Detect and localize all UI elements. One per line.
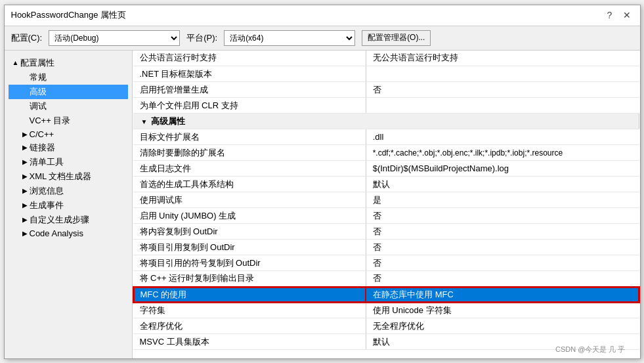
tree-item-debug[interactable]: 调试	[9, 99, 128, 114]
table-row[interactable]: 字符集 使用 Unicode 字符集	[133, 303, 639, 318]
tree-label-browse: 浏览信息	[30, 185, 125, 197]
tree-label-root: 配置属性	[20, 57, 125, 69]
table-row[interactable]: MSVC 工具集版本 默认	[133, 334, 639, 350]
tree-label-build-events: 生成事件	[30, 200, 125, 211]
close-button[interactable]: ✕	[620, 9, 633, 22]
prop-value: 否	[366, 255, 639, 271]
config-label: 配置(C):	[11, 32, 43, 44]
tree-label-general: 常规	[30, 72, 125, 83]
tree-item-root[interactable]: ▲ 配置属性	[9, 56, 128, 70]
prop-label: .NET 目标框架版本	[133, 66, 366, 82]
tree-item-vcpp-dirs[interactable]: VC++ 目录	[9, 114, 128, 128]
tree-arrow-build-events: ▶	[20, 202, 30, 209]
prop-label: 生成日志文件	[133, 161, 366, 177]
tree-label-custom-build: 自定义生成步骤	[30, 214, 125, 226]
tree-label-xml-gen: XML 文档生成器	[30, 171, 125, 182]
prop-label: 全程序优化	[133, 318, 366, 334]
prop-label: 启用 Unity (JUMBO) 生成	[133, 208, 366, 224]
section-header-advanced[interactable]: ▼ 高级属性	[133, 114, 639, 129]
table-row[interactable]: 将 C++ 运行时复制到输出目录 否	[133, 271, 639, 287]
tree-item-xml-gen[interactable]: ▶ XML 文档生成器	[9, 169, 128, 184]
table-row[interactable]: 将项目引用复制到 OutDir 否	[133, 240, 639, 255]
prop-value: $(IntDir)$(MSBuildProjectName).log	[366, 161, 639, 177]
config-select[interactable]: 活动(Debug)	[49, 30, 180, 46]
tree-label-linker: 链接器	[30, 142, 125, 154]
prop-label: 清除时要删除的扩展名	[133, 145, 366, 161]
prop-label: 将项目引用复制到 OutDir	[133, 240, 366, 255]
section-header-label: ▼ 高级属性	[133, 114, 639, 129]
table-row[interactable]: 首选的生成工具体系结构 默认	[133, 177, 639, 192]
title-bar-buttons: ? ✕	[603, 9, 633, 22]
tree-label-advanced: 高级	[30, 86, 125, 98]
table-row[interactable]: .NET 目标框架版本	[133, 66, 639, 82]
prop-label: 公共语言运行时支持	[133, 51, 366, 66]
prop-value	[366, 98, 639, 114]
toolbar: 配置(C): 活动(Debug) 平台(P): 活动(x64) 配置管理器(O)…	[5, 26, 640, 51]
prop-value: 默认	[366, 177, 639, 192]
section-header-text: 高级属性	[151, 116, 185, 126]
prop-label: 为单个文件启用 CLR 支持	[133, 98, 366, 114]
tree-item-manifest[interactable]: ▶ 清单工具	[9, 155, 128, 169]
prop-label: 使用调试库	[133, 192, 366, 208]
tree-arrow-code-analysis: ▶	[20, 230, 30, 237]
tree-arrow-xml-gen: ▶	[20, 173, 30, 180]
prop-label: 将内容复制到 OutDir	[133, 224, 366, 240]
prop-value	[366, 66, 639, 82]
table-row[interactable]: 全程序优化 无全程序优化	[133, 318, 639, 334]
prop-value: 否	[366, 224, 639, 240]
prop-value: 否	[366, 240, 639, 255]
prop-value: 使用 Unicode 字符集	[366, 303, 639, 318]
table-row[interactable]: 启用托管增量生成 否	[133, 82, 639, 98]
title-bar: HookPasswordChange 属性页 ? ✕	[5, 5, 640, 26]
prop-value: 否	[366, 271, 639, 287]
prop-value: 是	[366, 192, 639, 208]
tree-arrow-custom-build: ▶	[20, 216, 30, 223]
tree-panel: ▲ 配置属性 常规 高级 调试	[5, 51, 133, 358]
tree-label-cpp: C/C++	[30, 129, 125, 139]
prop-label: 将 C++ 运行时复制到输出目录	[133, 271, 366, 287]
table-row-mfc[interactable]: MFC 的使用 在静态库中使用 MFC	[133, 287, 639, 303]
table-row[interactable]: 启用 Unity (JUMBO) 生成 否	[133, 208, 639, 224]
prop-label: 字符集	[133, 303, 366, 318]
prop-value: .dll	[366, 129, 639, 145]
prop-value-mfc: 在静态库中使用 MFC	[366, 287, 639, 303]
tree-arrow-linker: ▶	[20, 144, 30, 151]
platform-select[interactable]: 活动(x64)	[224, 30, 355, 46]
tree-item-code-analysis[interactable]: ▶ Code Analysis	[9, 227, 128, 240]
tree-label-code-analysis: Code Analysis	[30, 228, 125, 238]
tree-label-manifest: 清单工具	[30, 156, 125, 168]
tree-item-browse[interactable]: ▶ 浏览信息	[9, 184, 128, 198]
tree-label-vcpp: VC++ 目录	[30, 115, 125, 127]
prop-value: 无全程序优化	[366, 318, 639, 334]
tree-item-custom-build[interactable]: ▶ 自定义生成步骤	[9, 213, 128, 227]
prop-label: 目标文件扩展名	[133, 129, 366, 145]
tree-item-advanced[interactable]: 高级	[9, 85, 128, 99]
tree-item-linker[interactable]: ▶ 链接器	[9, 140, 128, 155]
tree-arrow-browse: ▶	[20, 187, 30, 194]
prop-label: 将项目引用的符号复制到 OutDir	[133, 255, 366, 271]
help-button[interactable]: ?	[603, 9, 616, 22]
properties-panel: 公共语言运行时支持 无公共语言运行时支持 .NET 目标框架版本 启用托管增量生…	[133, 51, 640, 358]
prop-value: 默认	[366, 334, 639, 350]
table-row[interactable]: 目标文件扩展名 .dll	[133, 129, 639, 145]
tree-root: ▲ 配置属性 常规 高级 调试	[5, 53, 132, 242]
tree-label-debug: 调试	[30, 100, 125, 112]
table-row[interactable]: 生成日志文件 $(IntDir)$(MSBuildProjectName).lo…	[133, 161, 639, 177]
content-area: ▲ 配置属性 常规 高级 调试	[5, 51, 640, 358]
prop-value: *.cdf;*.cache;*.obj;*.obj.enc;*.ilk;*.ip…	[366, 145, 639, 161]
tree-arrow-cpp: ▶	[20, 131, 30, 138]
table-row[interactable]: 公共语言运行时支持 无公共语言运行时支持	[133, 51, 639, 66]
dialog-title: HookPasswordChange 属性页	[11, 9, 127, 21]
tree-item-build-events[interactable]: ▶ 生成事件	[9, 198, 128, 213]
table-row[interactable]: 使用调试库 是	[133, 192, 639, 208]
prop-value: 否	[366, 82, 639, 98]
table-row[interactable]: 将内容复制到 OutDir 否	[133, 224, 639, 240]
config-manager-button[interactable]: 配置管理器(O)...	[362, 30, 431, 46]
prop-label: MSVC 工具集版本	[133, 334, 366, 350]
table-row[interactable]: 为单个文件启用 CLR 支持	[133, 98, 639, 114]
tree-item-general[interactable]: 常规	[9, 70, 128, 85]
table-row[interactable]: 清除时要删除的扩展名 *.cdf;*.cache;*.obj;*.obj.enc…	[133, 145, 639, 161]
table-row[interactable]: 将项目引用的符号复制到 OutDir 否	[133, 255, 639, 271]
tree-item-cpp[interactable]: ▶ C/C++	[9, 128, 128, 140]
dialog-window: HookPasswordChange 属性页 ? ✕ 配置(C): 活动(Deb…	[4, 5, 641, 359]
